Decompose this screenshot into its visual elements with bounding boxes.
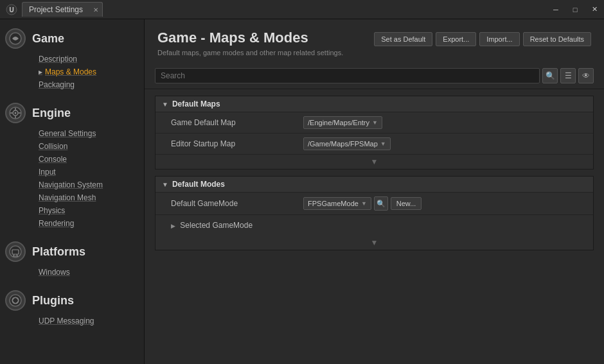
maps-modes-arrow-icon: ▶ — [39, 69, 42, 75]
title-bar: U Project Settings ✕ ─ □ ✕ — [0, 0, 604, 19]
sidebar-item-packaging[interactable]: Packaging — [33, 78, 144, 91]
page-title: Game - Maps & Modes — [157, 30, 343, 46]
settings-content: ▼ Default Maps Game Default Map /Engine/… — [145, 89, 604, 263]
dropdown-arrow-icon-2: ▼ — [380, 141, 386, 147]
section-default-maps-header[interactable]: ▼ Default Maps — [155, 96, 593, 112]
settings-row-selected-gamemode: ▶ Selected GameMode — [155, 215, 593, 236]
sidebar-plugins-label: Plugins — [32, 294, 74, 308]
default-maps-expand-footer: ▼ — [155, 155, 593, 169]
editor-startup-map-value: /Game/Maps/FPSMap ▼ — [303, 137, 391, 150]
editor-startup-map-dropdown[interactable]: /Game/Maps/FPSMap ▼ — [303, 137, 391, 150]
sidebar-item-input[interactable]: Input — [33, 166, 144, 178]
maps-modes-label: Maps & Modes — [45, 67, 96, 76]
settings-row-editor-startup-map: Editor Startup Map /Game/Maps/FPSMap ▼ — [155, 134, 593, 155]
editor-startup-map-text: /Game/Maps/FPSMap — [308, 140, 378, 148]
search-area: 🔍 ☰ 👁 — [145, 63, 604, 89]
sidebar-item-navigation-system[interactable]: Navigation System — [33, 178, 144, 191]
platforms-icon — [5, 241, 26, 262]
sidebar-game-items: Description ▶ Maps & Modes Packaging — [0, 53, 144, 91]
main-layout: Game Description ▶ Maps & Modes Packagin… — [0, 19, 604, 364]
header-buttons: Set as Default Export... Import... Reset… — [374, 30, 591, 46]
sidebar-platforms-items: Windows — [0, 266, 144, 279]
sidebar-item-udp-messaging[interactable]: UDP Messaging — [33, 315, 144, 327]
window-controls: ─ □ ✕ — [546, 0, 604, 19]
close-button[interactable]: ✕ — [585, 0, 604, 19]
svg-point-10 — [10, 246, 21, 257]
selected-gamemode-arrow-icon: ▶ — [171, 223, 175, 229]
default-gamemode-label: Default GameMode — [162, 199, 303, 208]
gamemode-search-button[interactable]: 🔍 — [374, 196, 388, 211]
sidebar-section-plugins: Plugins UDP Messaging — [0, 281, 144, 330]
ue-logo: U — [5, 3, 18, 16]
editor-startup-map-label: Editor Startup Map — [162, 139, 303, 148]
section-modes-arrow-icon: ▼ — [162, 181, 168, 188]
section-default-modes: ▼ Default Modes Default GameMode FPSGame… — [155, 176, 594, 250]
sidebar-item-maps-modes[interactable]: ▶ Maps & Modes — [33, 65, 144, 78]
title-bar-left: U Project Settings ✕ — [0, 2, 108, 17]
header-text: Game - Maps & Modes Default maps, game m… — [157, 30, 343, 56]
sidebar-section-engine: Engine General Settings Collision Consol… — [0, 94, 144, 232]
project-settings-tab[interactable]: Project Settings ✕ — [22, 2, 103, 17]
search-button[interactable]: 🔍 — [542, 68, 558, 83]
sidebar-section-game: Game Description ▶ Maps & Modes Packagin… — [0, 19, 144, 94]
plugins-icon — [5, 290, 26, 311]
sidebar-plugins-items: UDP Messaging — [0, 315, 144, 327]
game-default-map-label: Game Default Map — [162, 118, 303, 127]
section-default-modes-header[interactable]: ▼ Default Modes — [155, 177, 593, 193]
sidebar-section-platforms: Platforms Windows — [0, 232, 144, 281]
header-row: Game - Maps & Modes Default maps, game m… — [157, 30, 591, 56]
sidebar-item-navigation-mesh[interactable]: Navigation Mesh — [33, 191, 144, 204]
sidebar-engine-items: General Settings Collision Console Input… — [0, 127, 144, 230]
view-list-button[interactable]: ☰ — [560, 68, 576, 83]
game-default-map-dropdown[interactable]: /Engine/Maps/Entry ▼ — [303, 116, 382, 129]
sidebar-item-console[interactable]: Console — [33, 153, 144, 166]
sidebar-item-general-settings[interactable]: General Settings — [33, 127, 144, 140]
sidebar-item-rendering[interactable]: Rendering — [33, 217, 144, 230]
game-default-map-value: /Engine/Maps/Entry ▼ — [303, 116, 382, 129]
maximize-button[interactable]: □ — [565, 0, 585, 19]
sidebar-game-label: Game — [32, 32, 64, 46]
content-area: Game - Maps & Modes Default maps, game m… — [145, 19, 604, 364]
settings-row-default-gamemode: Default GameMode FPSGameMode ▼ 🔍 New... — [155, 193, 593, 215]
import-button[interactable]: Import... — [479, 32, 519, 46]
new-gamemode-button[interactable]: New... — [391, 197, 422, 210]
tab-label: Project Settings — [29, 5, 83, 14]
sidebar-category-engine[interactable]: Engine — [0, 99, 144, 127]
sidebar-category-platforms[interactable]: Platforms — [0, 238, 144, 266]
sidebar-item-windows[interactable]: Windows — [33, 266, 144, 279]
set-as-default-button[interactable]: Set as Default — [374, 32, 432, 46]
modes-expand-arrow-icon[interactable]: ▼ — [371, 238, 378, 247]
search-input[interactable] — [155, 68, 540, 83]
tab-close-icon[interactable]: ✕ — [93, 6, 98, 13]
visibility-button[interactable]: 👁 — [578, 68, 594, 83]
sidebar-category-plugins[interactable]: Plugins — [0, 286, 144, 315]
settings-row-game-default-map: Game Default Map /Engine/Maps/Entry ▼ — [155, 112, 593, 134]
minimize-button[interactable]: ─ — [546, 0, 565, 19]
content-header: Game - Maps & Modes Default maps, game m… — [145, 19, 604, 63]
sidebar-platforms-label: Platforms — [32, 245, 85, 259]
sidebar-item-collision[interactable]: Collision — [33, 140, 144, 153]
sidebar-item-physics[interactable]: Physics — [33, 204, 144, 217]
sidebar-item-description[interactable]: Description — [33, 53, 144, 65]
default-gamemode-text: FPSGameMode — [308, 200, 359, 207]
selected-gamemode-label: ▶ Selected GameMode — [162, 221, 303, 230]
export-button[interactable]: Export... — [436, 32, 476, 46]
section-default-modes-label: Default Modes — [172, 180, 225, 189]
engine-icon — [5, 103, 26, 123]
default-modes-expand-footer: ▼ — [155, 236, 593, 250]
section-arrow-icon: ▼ — [162, 101, 168, 108]
default-gamemode-dropdown[interactable]: FPSGameMode ▼ — [303, 197, 371, 210]
expand-arrow-icon[interactable]: ▼ — [371, 157, 378, 166]
section-default-maps-label: Default Maps — [172, 100, 220, 108]
dropdown-arrow-icon: ▼ — [372, 119, 378, 126]
game-default-map-text: /Engine/Maps/Entry — [308, 119, 369, 126]
gamemode-dropdown-arrow-icon: ▼ — [361, 200, 367, 207]
svg-point-15 — [10, 295, 21, 306]
sidebar-category-game[interactable]: Game — [0, 24, 144, 53]
game-icon — [5, 28, 26, 49]
reset-to-defaults-button[interactable]: Reset to Defaults — [523, 32, 591, 46]
sidebar-engine-label: Engine — [32, 107, 71, 120]
section-default-maps: ▼ Default Maps Game Default Map /Engine/… — [155, 96, 594, 169]
sidebar: Game Description ▶ Maps & Modes Packagin… — [0, 19, 145, 364]
svg-point-5 — [15, 112, 17, 114]
